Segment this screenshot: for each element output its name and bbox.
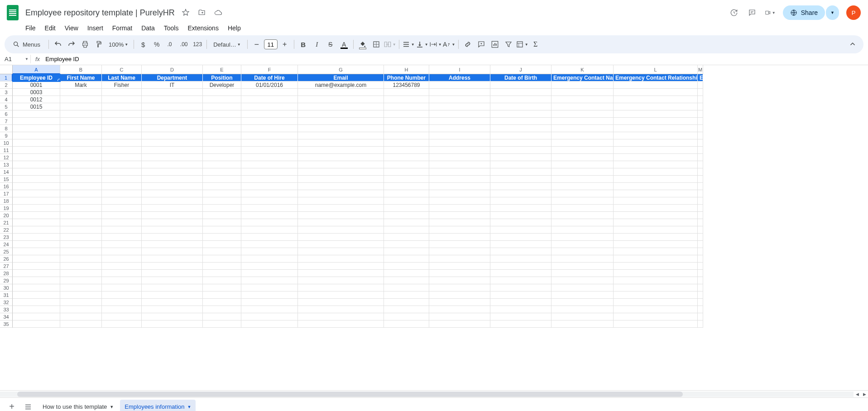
cell-E8[interactable] <box>203 125 241 132</box>
col-header-F[interactable]: F <box>241 65 298 74</box>
cell-C11[interactable] <box>102 147 142 154</box>
sheet-tab-dropdown[interactable]: ▼ <box>187 405 192 409</box>
row-header-2[interactable]: 2 <box>0 81 13 89</box>
cell-J24[interactable] <box>490 241 551 248</box>
formula-input[interactable] <box>44 55 868 63</box>
sheet-tab[interactable]: Employees information▼ <box>120 400 196 411</box>
cell-C3[interactable] <box>102 89 142 96</box>
cell-F32[interactable] <box>241 299 298 306</box>
cell-D29[interactable] <box>142 277 203 284</box>
cell-E23[interactable] <box>203 234 241 241</box>
cell-G17[interactable] <box>298 190 384 197</box>
cell-I31[interactable] <box>429 292 490 299</box>
cell-A30[interactable] <box>13 284 60 292</box>
cell-L21[interactable] <box>614 219 698 226</box>
cell-B18[interactable] <box>60 197 102 205</box>
all-sheets-button[interactable] <box>22 401 34 411</box>
cell-D14[interactable] <box>142 168 203 176</box>
cell-M31[interactable] <box>698 292 703 299</box>
cell-D15[interactable] <box>142 176 203 183</box>
increase-font-button[interactable]: + <box>278 38 291 51</box>
row-header-35[interactable]: 35 <box>0 320 13 328</box>
cell-E18[interactable] <box>203 197 241 205</box>
cell-L20[interactable] <box>614 212 698 219</box>
redo-button[interactable] <box>65 38 78 51</box>
cell-F5[interactable] <box>241 103 298 110</box>
cell-K24[interactable] <box>551 241 614 248</box>
row-header-7[interactable]: 7 <box>0 118 13 125</box>
share-button[interactable]: Share <box>783 5 825 20</box>
cell-K27[interactable] <box>551 263 614 270</box>
cell-D7[interactable] <box>142 118 203 125</box>
cell-L22[interactable] <box>614 226 698 234</box>
cell-E19[interactable] <box>203 205 241 212</box>
cell-I18[interactable] <box>429 197 490 205</box>
cell-D2[interactable]: IT <box>142 81 203 89</box>
col-header-C[interactable]: C <box>102 65 142 74</box>
cell-A32[interactable] <box>13 299 60 306</box>
cell-K16[interactable] <box>551 183 614 190</box>
cell-D16[interactable] <box>142 183 203 190</box>
cell-D24[interactable] <box>142 241 203 248</box>
cell-C19[interactable] <box>102 205 142 212</box>
cell-J4[interactable] <box>490 96 551 103</box>
cell-G25[interactable] <box>298 248 384 255</box>
cell-L31[interactable] <box>614 292 698 299</box>
cell-E21[interactable] <box>203 219 241 226</box>
cell-A6[interactable] <box>13 110 60 118</box>
collapse-toolbar-button[interactable] <box>846 38 859 51</box>
cell-M34[interactable] <box>698 313 703 320</box>
cell-G34[interactable] <box>298 313 384 320</box>
cell-I3[interactable] <box>429 89 490 96</box>
cell-A7[interactable] <box>13 118 60 125</box>
cell-I14[interactable] <box>429 168 490 176</box>
cell-I33[interactable] <box>429 306 490 313</box>
italic-button[interactable]: I <box>311 38 323 51</box>
cell-E26[interactable] <box>203 255 241 263</box>
currency-button[interactable]: $ <box>137 38 149 51</box>
cell-L10[interactable] <box>614 139 698 147</box>
cell-K12[interactable] <box>551 154 614 161</box>
cell-J27[interactable] <box>490 263 551 270</box>
rotate-button[interactable]: A↗▼ <box>443 38 456 51</box>
cell-A28[interactable] <box>13 270 60 277</box>
cell-D20[interactable] <box>142 212 203 219</box>
cell-J19[interactable] <box>490 205 551 212</box>
menu-format[interactable]: Format <box>109 23 136 33</box>
cell-E25[interactable] <box>203 248 241 255</box>
cell-J17[interactable] <box>490 190 551 197</box>
row-header-32[interactable]: 32 <box>0 299 13 306</box>
borders-button[interactable] <box>370 38 383 51</box>
cell-D6[interactable] <box>142 110 203 118</box>
cell-D19[interactable] <box>142 205 203 212</box>
decrease-font-button[interactable]: − <box>250 38 263 51</box>
table-views-button[interactable]: ▼ <box>516 38 528 51</box>
cell-A20[interactable] <box>13 212 60 219</box>
cell-J30[interactable] <box>490 284 551 292</box>
cell-G30[interactable] <box>298 284 384 292</box>
col-header-B[interactable]: B <box>60 65 102 74</box>
move-icon[interactable] <box>197 7 207 18</box>
cell-G27[interactable] <box>298 263 384 270</box>
row-header-24[interactable]: 24 <box>0 241 13 248</box>
cell-K26[interactable] <box>551 255 614 263</box>
cell-B8[interactable] <box>60 125 102 132</box>
scroll-track[interactable] <box>0 392 854 397</box>
cell-F27[interactable] <box>241 263 298 270</box>
cell-D28[interactable] <box>142 270 203 277</box>
cell-C25[interactable] <box>102 248 142 255</box>
cell-I35[interactable] <box>429 320 490 328</box>
cell-C32[interactable] <box>102 299 142 306</box>
cell-E11[interactable] <box>203 147 241 154</box>
cell-F17[interactable] <box>241 190 298 197</box>
cell-D18[interactable] <box>142 197 203 205</box>
cell-F26[interactable] <box>241 255 298 263</box>
cell-A2[interactable]: 0001 <box>13 81 60 89</box>
cell-A15[interactable] <box>13 176 60 183</box>
cell-I26[interactable] <box>429 255 490 263</box>
cell-I28[interactable] <box>429 270 490 277</box>
cell-I20[interactable] <box>429 212 490 219</box>
cell-J15[interactable] <box>490 176 551 183</box>
cell-J5[interactable] <box>490 103 551 110</box>
cell-D22[interactable] <box>142 226 203 234</box>
